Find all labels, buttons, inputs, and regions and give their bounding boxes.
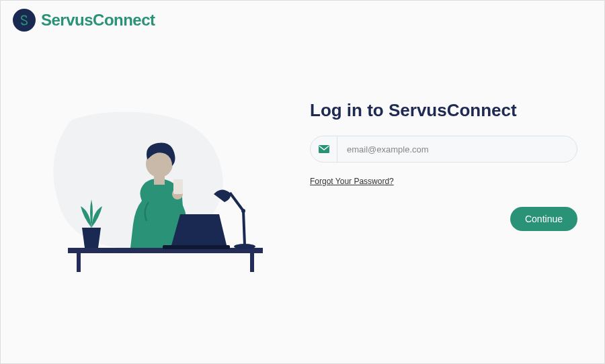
login-title: Log in to ServusConnect [310,100,577,121]
email-icon [311,136,337,162]
svg-line-11 [230,193,243,211]
brand-logo-icon [17,13,31,27]
header: ServusConnect [1,1,604,40]
form-actions: Continue [310,207,577,231]
svg-rect-2 [250,253,254,272]
brand-name: ServusConnect [41,11,155,30]
email-input[interactable] [337,136,577,162]
svg-line-10 [243,211,245,245]
forgot-password-link[interactable]: Forgot Your Password? [310,177,394,186]
login-form: Log in to ServusConnect Forgot Your Pass… [303,93,591,281]
email-field-wrapper[interactable] [310,136,577,163]
svg-rect-6 [173,179,183,194]
svg-rect-1 [77,253,81,272]
brand-logo [13,9,36,32]
illustration-svg [31,93,286,281]
svg-rect-8 [163,245,230,249]
illustration [14,93,303,281]
svg-point-12 [241,209,245,213]
continue-button[interactable]: Continue [510,207,577,231]
main-content: Log in to ServusConnect Forgot Your Pass… [1,93,604,281]
